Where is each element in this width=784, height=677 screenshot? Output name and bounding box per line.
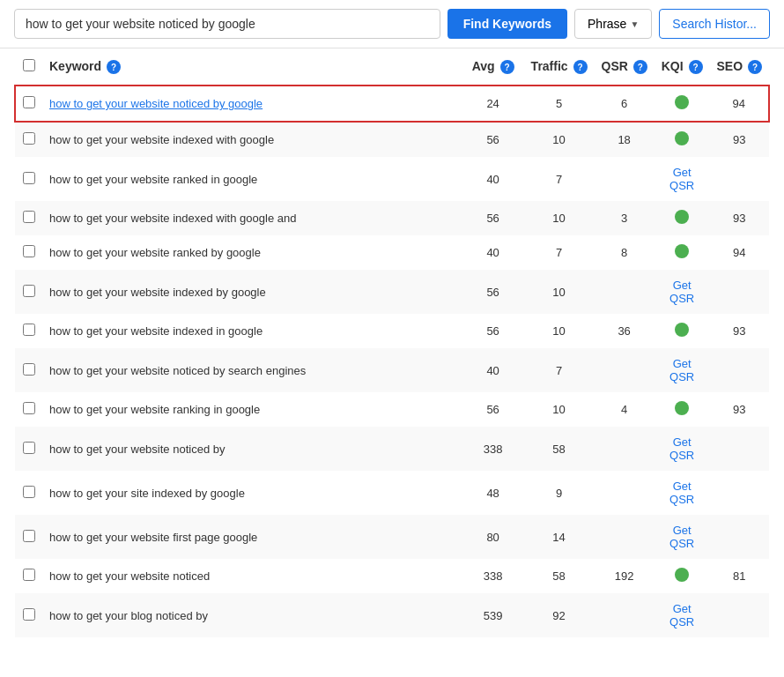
- table-row: how to get your website indexed with goo…: [15, 201, 769, 235]
- row-seo: [710, 515, 769, 559]
- row-seo: 93: [710, 122, 769, 157]
- row-traffic: 5: [524, 86, 595, 122]
- row-qsr: 36: [595, 314, 655, 348]
- row-avg: 338: [462, 559, 524, 593]
- keyword-info-icon[interactable]: ?: [107, 60, 121, 74]
- row-kqi: Get QSR: [655, 348, 710, 392]
- keyword-link[interactable]: how to get your website noticed by googl…: [49, 97, 263, 110]
- row-checkbox-cell: [15, 270, 42, 314]
- row-keyword: how to get your blog noticed by: [42, 593, 462, 637]
- row-seo: [710, 270, 769, 314]
- table-row: how to get your website ranked in google…: [15, 157, 769, 201]
- row-seo: 81: [710, 559, 769, 593]
- search-input[interactable]: [14, 9, 440, 39]
- search-history-button[interactable]: Search Histor...: [659, 9, 770, 39]
- row-traffic: 10: [524, 314, 595, 348]
- row-kqi: Get QSR: [655, 157, 710, 201]
- row-kqi: Get QSR: [655, 471, 710, 515]
- row-keyword: how to get your website noticed: [42, 559, 462, 593]
- row-kqi: Get QSR: [655, 515, 710, 559]
- row-kqi: [655, 314, 710, 348]
- table-row: how to get your website noticed by googl…: [15, 86, 769, 122]
- table-row: how to get your website indexed in googl…: [15, 314, 769, 348]
- header-avg: Avg ?: [462, 48, 524, 86]
- row-qsr: [595, 427, 655, 471]
- row-qsr: [595, 348, 655, 392]
- row-qsr: 3: [595, 201, 655, 235]
- row-avg: 40: [462, 157, 524, 201]
- row-keyword: how to get your website noticed by searc…: [42, 348, 462, 392]
- row-checkbox[interactable]: [23, 324, 35, 336]
- table-row: how to get your blog noticed by53992Get …: [15, 593, 769, 637]
- row-traffic: 58: [524, 559, 595, 593]
- row-avg: 56: [462, 201, 524, 235]
- row-avg: 24: [462, 86, 524, 122]
- traffic-info-icon[interactable]: ?: [573, 60, 588, 74]
- row-kqi: [655, 86, 710, 122]
- row-kqi: Get QSR: [655, 270, 710, 314]
- row-checkbox-cell: [15, 392, 42, 427]
- row-keyword: how to get your website indexed with goo…: [42, 122, 462, 157]
- row-kqi: [655, 559, 710, 593]
- kqi-green-dot: [675, 95, 689, 109]
- row-checkbox-cell: [15, 515, 42, 559]
- table-row: how to get your website indexed by googl…: [15, 270, 769, 314]
- row-checkbox[interactable]: [23, 285, 35, 297]
- row-keyword: how to get your website noticed by googl…: [42, 86, 462, 122]
- row-seo: 93: [710, 314, 769, 348]
- row-seo: [710, 157, 769, 201]
- table-body: how to get your website noticed by googl…: [15, 86, 769, 637]
- table-row: how to get your site indexed by google48…: [15, 471, 769, 515]
- row-checkbox-cell: [15, 157, 42, 201]
- row-checkbox[interactable]: [23, 569, 35, 581]
- kqi-green-dot: [675, 323, 689, 337]
- phrase-button[interactable]: Phrase ▼: [574, 9, 652, 39]
- table-row: how to get your website first page googl…: [15, 515, 769, 559]
- row-avg: 56: [462, 122, 524, 157]
- seo-info-icon[interactable]: ?: [748, 60, 762, 74]
- row-traffic: 7: [524, 157, 595, 201]
- get-qsr-link[interactable]: Get QSR: [669, 357, 694, 383]
- row-checkbox-cell: [15, 348, 42, 392]
- get-qsr-link[interactable]: Get QSR: [669, 166, 694, 192]
- row-keyword: how to get your website indexed in googl…: [42, 314, 462, 348]
- row-avg: 56: [462, 314, 524, 348]
- row-kqi: [655, 201, 710, 235]
- row-seo: [710, 593, 769, 637]
- row-keyword: how to get your website indexed by googl…: [42, 270, 462, 314]
- row-checkbox[interactable]: [23, 132, 35, 145]
- kqi-info-icon[interactable]: ?: [689, 60, 703, 74]
- row-seo: 93: [710, 392, 769, 427]
- row-traffic: 7: [524, 235, 595, 270]
- row-keyword: how to get your website ranking in googl…: [42, 392, 462, 427]
- get-qsr-link[interactable]: Get QSR: [669, 524, 694, 550]
- row-checkbox-cell: [15, 314, 42, 348]
- row-qsr: [595, 471, 655, 515]
- row-checkbox[interactable]: [23, 442, 35, 454]
- row-checkbox[interactable]: [23, 245, 35, 257]
- row-keyword: how to get your website noticed by: [42, 427, 462, 471]
- row-checkbox[interactable]: [23, 211, 35, 223]
- row-checkbox[interactable]: [23, 486, 35, 498]
- row-seo: [710, 471, 769, 515]
- kqi-green-dot: [675, 210, 689, 224]
- select-all-checkbox[interactable]: [23, 59, 35, 71]
- row-checkbox[interactable]: [23, 96, 35, 108]
- avg-info-icon[interactable]: ?: [500, 60, 514, 74]
- row-checkbox[interactable]: [23, 608, 35, 621]
- row-checkbox[interactable]: [23, 172, 35, 184]
- header: Find Keywords Phrase ▼ Search Histor...: [0, 0, 784, 48]
- get-qsr-link[interactable]: Get QSR: [669, 480, 694, 506]
- get-qsr-link[interactable]: Get QSR: [669, 279, 694, 305]
- row-checkbox[interactable]: [23, 363, 35, 376]
- header-checkbox-cell: [15, 48, 42, 86]
- row-checkbox[interactable]: [23, 402, 35, 414]
- row-checkbox-cell: [15, 201, 42, 235]
- get-qsr-link[interactable]: Get QSR: [669, 602, 694, 629]
- row-checkbox[interactable]: [23, 530, 35, 542]
- find-keywords-button[interactable]: Find Keywords: [447, 9, 567, 39]
- get-qsr-link[interactable]: Get QSR: [669, 435, 694, 462]
- row-avg: 48: [462, 471, 524, 515]
- chevron-down-icon: ▼: [630, 19, 639, 29]
- qsr-info-icon[interactable]: ?: [633, 60, 647, 74]
